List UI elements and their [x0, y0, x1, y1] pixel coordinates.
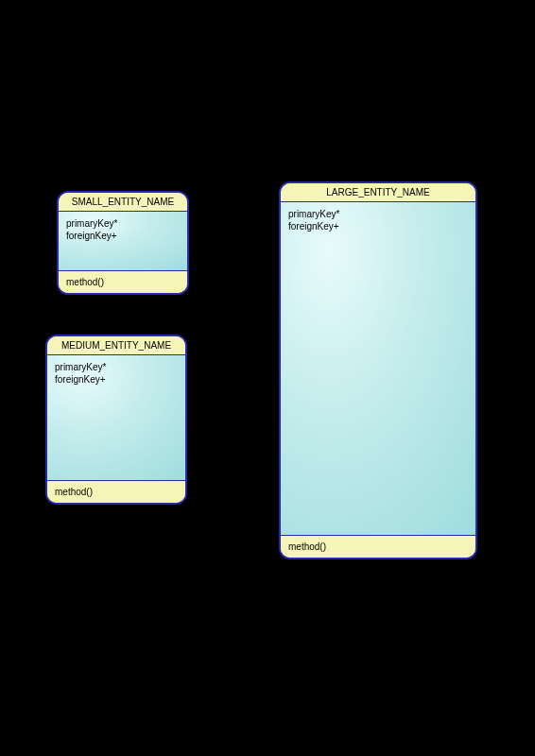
entity-small: SMALL_ENTITY_NAME primaryKey* foreignKey…	[57, 191, 189, 295]
entity-attributes: primaryKey* foreignKey+	[47, 355, 185, 481]
foreign-key: foreignKey+	[66, 230, 180, 242]
entity-title: MEDIUM_ENTITY_NAME	[47, 336, 185, 355]
entity-methods: method()	[59, 271, 187, 293]
method: method()	[55, 487, 93, 497]
entity-title: SMALL_ENTITY_NAME	[59, 193, 187, 212]
entity-methods: method()	[281, 536, 475, 558]
foreign-key: foreignKey+	[288, 220, 468, 232]
entity-large: LARGE_ENTITY_NAME primaryKey* foreignKey…	[279, 181, 477, 559]
entity-attributes: primaryKey* foreignKey+	[59, 212, 187, 271]
entity-methods: method()	[47, 481, 185, 503]
entity-title: LARGE_ENTITY_NAME	[281, 183, 475, 202]
entity-attributes: primaryKey* foreignKey+	[281, 202, 475, 536]
primary-key: primaryKey*	[55, 361, 178, 373]
method: method()	[66, 277, 104, 287]
foreign-key: foreignKey+	[55, 373, 178, 386]
primary-key: primaryKey*	[288, 208, 468, 220]
entity-medium: MEDIUM_ENTITY_NAME primaryKey* foreignKe…	[45, 335, 187, 505]
primary-key: primaryKey*	[66, 217, 180, 230]
method: method()	[288, 541, 326, 552]
